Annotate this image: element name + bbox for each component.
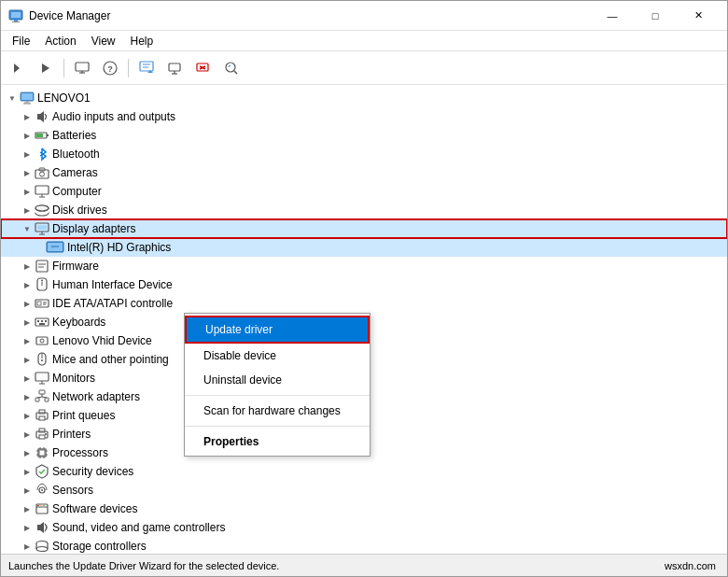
svg-point-99 <box>37 505 39 507</box>
context-menu-disable[interactable]: Disable device <box>185 344 370 368</box>
menu-action[interactable]: Action <box>37 33 83 49</box>
tree-item-ide[interactable]: ▶ IDE ATA/ATAPI controlle <box>1 294 727 313</box>
menu-help[interactable]: Help <box>123 33 161 49</box>
sound-label: Sound, video and game controllers <box>52 521 225 534</box>
toolbar-computer[interactable] <box>69 55 95 81</box>
computer-expand-icon: ▶ <box>20 184 35 199</box>
update-icon <box>139 61 154 76</box>
svg-marker-28 <box>37 111 44 122</box>
title-bar-left: Device Manager <box>8 8 110 23</box>
lenovovhid-label: Lenovo Vhid Device <box>52 334 152 347</box>
svg-rect-3 <box>12 21 20 22</box>
security-label: Security devices <box>52 465 133 478</box>
intelhd-label: Intel(R) HD Graphics <box>67 241 171 254</box>
tree-item-bluetooth[interactable]: ▶ Bluetooth <box>1 145 727 163</box>
svg-rect-35 <box>35 186 49 194</box>
context-menu-properties[interactable]: Properties <box>185 429 370 454</box>
tree-item-sensors[interactable]: ▶ Sensors <box>1 481 727 500</box>
svg-point-54 <box>41 280 43 282</box>
displayadapters-expand-icon: ▼ <box>20 221 35 236</box>
svg-marker-5 <box>42 63 49 73</box>
firmware-icon <box>35 259 49 274</box>
content-area[interactable]: ▼ LENOVO1 ▶ Audio inputs and outputs <box>1 85 727 554</box>
network-icon <box>35 389 49 404</box>
menu-file[interactable]: File <box>5 33 37 49</box>
software-label: Software devices <box>52 502 137 515</box>
toolbar-update[interactable] <box>133 55 160 81</box>
toolbar-back[interactable] <box>5 55 31 81</box>
svg-rect-30 <box>47 134 49 136</box>
mouse-icon <box>35 352 49 367</box>
context-menu-scan[interactable]: Scan for hardware changes <box>185 399 370 423</box>
hid-expand-icon: ▶ <box>20 277 35 292</box>
computer-tree-icon <box>35 184 49 199</box>
scan-icon <box>223 61 238 76</box>
keyboards-expand-icon: ▶ <box>20 315 35 330</box>
status-text: Launches the Update Driver Wizard for th… <box>8 560 665 571</box>
svg-line-76 <box>37 397 42 398</box>
toolbar-device[interactable] <box>161 55 188 81</box>
printqueue-icon <box>35 408 49 423</box>
svg-rect-62 <box>45 320 47 322</box>
svg-rect-15 <box>169 63 180 71</box>
software-expand-icon: ▶ <box>20 501 35 516</box>
tree-item-storage[interactable]: ▶ Storage controllers <box>1 537 727 554</box>
tree-item-computer[interactable]: ▶ Computer <box>1 182 727 201</box>
maximize-button[interactable]: □ <box>634 1 677 31</box>
svg-rect-63 <box>39 323 45 325</box>
firmware-expand-icon: ▶ <box>20 259 35 274</box>
svg-rect-24 <box>21 93 33 100</box>
tree-item-displayadapters[interactable]: ▼ Display adapters <box>1 219 727 238</box>
tree-item-cameras[interactable]: ▶ Cameras <box>1 163 727 182</box>
security-icon <box>35 464 49 479</box>
tree-item-hid[interactable]: ▶ Human Interface Device <box>1 275 727 294</box>
tree-root[interactable]: ▼ LENOVO1 <box>1 89 727 107</box>
tree-item-intelhd[interactable]: Intel(R) HD Graphics <box>1 238 727 257</box>
tree-item-audio[interactable]: ▶ Audio inputs and outputs <box>1 107 727 126</box>
audio-icon <box>35 109 49 124</box>
tree-item-batteries[interactable]: ▶ Batteries <box>1 126 727 145</box>
tree-item-sound[interactable]: ▶ Sound, video and game controllers <box>1 518 727 537</box>
bluetooth-label: Bluetooth <box>52 148 100 161</box>
software-icon <box>35 501 49 516</box>
tree-item-diskdrives[interactable]: ▶ Disk drives <box>1 201 727 219</box>
uninstall-icon <box>195 61 210 76</box>
context-menu-separator-2 <box>185 426 370 427</box>
svg-rect-11 <box>140 62 153 71</box>
svg-point-96 <box>41 489 43 491</box>
title-bar-controls: — □ ✕ <box>591 1 720 31</box>
toolbar-scan[interactable] <box>217 55 244 81</box>
svg-point-100 <box>40 505 42 507</box>
display-icon <box>35 221 49 236</box>
menu-bar: File Action View Help <box>1 31 727 51</box>
bluetooth-expand-icon: ▶ <box>20 147 35 162</box>
svg-point-101 <box>43 505 45 507</box>
context-menu-separator-1 <box>185 395 370 396</box>
disk-icon <box>35 203 49 218</box>
context-menu-uninstall[interactable]: Uninstall device <box>185 368 370 392</box>
ide-expand-icon: ▶ <box>20 296 35 311</box>
diskdrives-label: Disk drives <box>52 204 107 217</box>
computer-label: Computer <box>52 185 102 198</box>
menu-view[interactable]: View <box>84 33 123 49</box>
toolbar-uninstall[interactable] <box>189 55 216 81</box>
app-icon <box>8 8 23 23</box>
tree-item-firmware[interactable]: ▶ Firmware <box>1 257 727 275</box>
audio-expand-icon: ▶ <box>20 109 35 124</box>
tree-item-security[interactable]: ▶ Security devices <box>1 462 727 481</box>
toolbar-forward[interactable] <box>33 55 59 81</box>
tree-item-software[interactable]: ▶ Software devices <box>1 500 727 518</box>
root-computer-icon <box>20 91 35 106</box>
status-right: wsxdn.com <box>665 560 720 571</box>
lenovo-icon <box>35 333 49 348</box>
svg-rect-49 <box>36 260 48 272</box>
main-window: Device Manager — □ ✕ File Action View He… <box>0 0 728 577</box>
svg-rect-69 <box>35 373 49 381</box>
svg-rect-64 <box>36 337 48 345</box>
diskdrives-expand-icon: ▶ <box>20 203 35 218</box>
close-button[interactable]: ✕ <box>677 1 720 31</box>
minimize-button[interactable]: — <box>591 1 634 31</box>
context-menu: Update driver Disable device Uninstall d… <box>184 313 371 457</box>
context-menu-update[interactable]: Update driver <box>185 316 370 344</box>
toolbar-help[interactable]: ? <box>97 55 123 81</box>
